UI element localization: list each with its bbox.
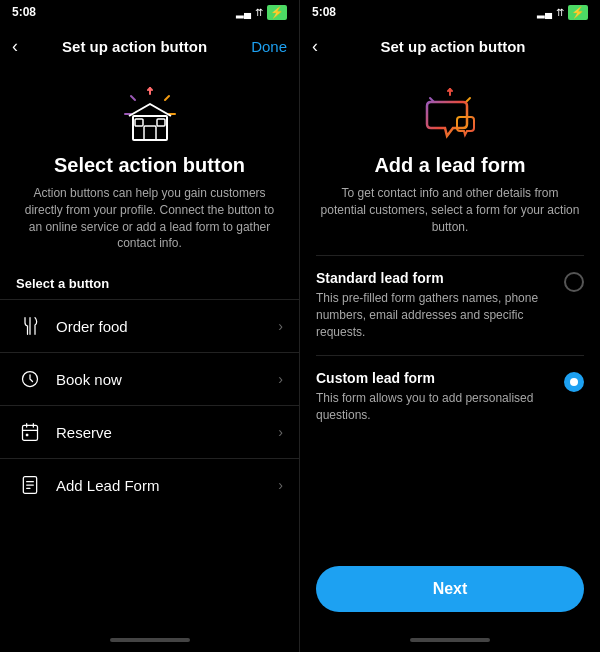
left-status-icons: ▂▄ ⇈ ⚡ [236, 5, 287, 20]
svg-line-4 [165, 96, 169, 100]
menu-item-order-food[interactable]: Order food › [0, 299, 299, 352]
svg-rect-9 [135, 119, 143, 126]
right-nav-title: Set up action button [318, 38, 588, 55]
svg-rect-12 [23, 426, 38, 441]
custom-form-radio[interactable] [564, 372, 584, 392]
left-home-bar [110, 638, 190, 642]
signal-icon: ▂▄ [236, 7, 251, 18]
right-battery-icon: ⚡ [568, 5, 588, 20]
custom-form-title: Custom lead form [316, 370, 552, 386]
right-time: 5:08 [312, 5, 336, 19]
svg-rect-8 [144, 126, 156, 140]
order-food-label: Order food [56, 318, 278, 335]
left-time: 5:08 [12, 5, 36, 19]
reserve-label: Reserve [56, 424, 278, 441]
svg-rect-10 [157, 119, 165, 126]
menu-item-reserve[interactable]: Reserve › [0, 405, 299, 458]
add-lead-form-icon [16, 471, 44, 499]
book-now-label: Book now [56, 371, 278, 388]
standard-form-desc: This pre-filled form gathers names, phon… [316, 290, 552, 340]
left-panel: 5:08 ▂▄ ⇈ ⚡ ‹ Set up action button Done [0, 0, 300, 652]
reserve-chevron: › [278, 424, 283, 440]
right-home-bar [410, 638, 490, 642]
store-icon [115, 84, 185, 154]
left-nav-title: Set up action button [18, 38, 251, 55]
add-lead-form-chevron: › [278, 477, 283, 493]
right-home-indicator [300, 632, 600, 652]
left-nav-bar: ‹ Set up action button Done [0, 24, 299, 68]
order-food-chevron: › [278, 318, 283, 334]
right-signal-icon: ▂▄ [537, 7, 552, 18]
menu-item-book-now[interactable]: Book now › [0, 352, 299, 405]
battery-icon: ⚡ [267, 5, 287, 20]
lead-form-icon [415, 84, 485, 154]
right-panel: 5:08 ▂▄ ⇈ ⚡ ‹ Set up action button [300, 0, 600, 652]
right-nav-bar: ‹ Set up action button [300, 24, 600, 68]
form-option-custom[interactable]: Custom lead form This form allows you to… [316, 355, 584, 438]
svg-rect-13 [26, 434, 28, 437]
standard-form-radio[interactable] [564, 272, 584, 292]
next-button[interactable]: Next [316, 566, 584, 612]
form-options-container: Standard lead form This pre-filled form … [300, 245, 600, 554]
book-now-chevron: › [278, 371, 283, 387]
standard-form-text: Standard lead form This pre-filled form … [316, 270, 552, 340]
right-hero: Add a lead form To get contact info and … [300, 68, 600, 245]
svg-line-19 [466, 98, 470, 102]
add-lead-form-label: Add Lead Form [56, 477, 278, 494]
left-home-indicator [0, 632, 299, 652]
wifi-icon: ⇈ [255, 7, 263, 18]
custom-form-desc: This form allows you to add personalised… [316, 390, 552, 424]
left-status-bar: 5:08 ▂▄ ⇈ ⚡ [0, 0, 299, 24]
standard-form-title: Standard lead form [316, 270, 552, 286]
next-btn-container: Next [300, 554, 600, 632]
select-button-label: Select a button [0, 262, 299, 299]
left-hero-desc: Action buttons can help you gain custome… [20, 185, 279, 252]
left-hero-title: Select action button [54, 154, 245, 177]
right-hero-desc: To get contact info and other details fr… [320, 185, 580, 235]
svg-line-2 [150, 88, 152, 90]
right-hero-title: Add a lead form [374, 154, 525, 177]
menu-item-add-lead-form[interactable]: Add Lead Form › [0, 458, 299, 511]
book-now-icon [16, 365, 44, 393]
svg-line-17 [450, 89, 452, 91]
right-status-icons: ▂▄ ⇈ ⚡ [537, 5, 588, 20]
left-hero: Select action button Action buttons can … [0, 68, 299, 262]
custom-form-text: Custom lead form This form allows you to… [316, 370, 552, 424]
reserve-icon [16, 418, 44, 446]
right-status-bar: 5:08 ▂▄ ⇈ ⚡ [300, 0, 600, 24]
order-food-icon [16, 312, 44, 340]
form-option-standard[interactable]: Standard lead form This pre-filled form … [316, 255, 584, 354]
done-button[interactable]: Done [251, 38, 287, 55]
svg-line-3 [131, 96, 135, 100]
right-wifi-icon: ⇈ [556, 7, 564, 18]
